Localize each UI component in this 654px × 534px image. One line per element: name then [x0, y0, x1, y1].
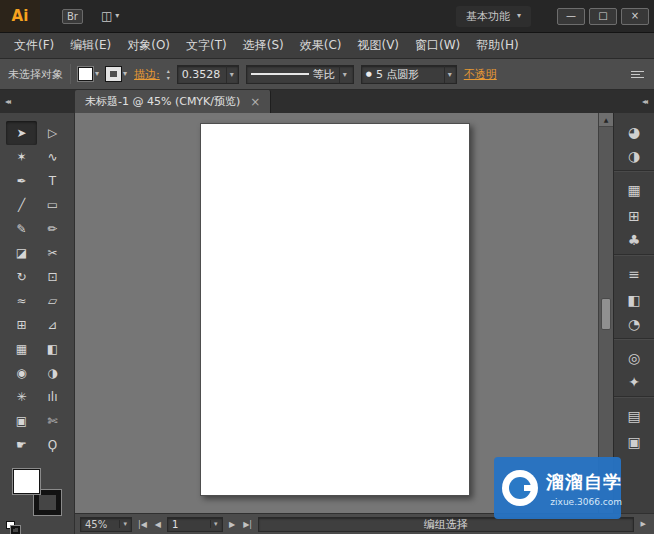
- fill-swatch[interactable]: [13, 469, 40, 494]
- free-transform-tool[interactable]: ▱: [37, 289, 68, 313]
- artboard[interactable]: [200, 123, 470, 496]
- tool-icon: ✏: [47, 223, 57, 235]
- paintbrush-tool[interactable]: ✎: [6, 217, 37, 241]
- pencil-tool[interactable]: ✏: [37, 217, 68, 241]
- next-artboard-button[interactable]: ▶: [227, 520, 237, 529]
- artboard-tool[interactable]: ▣: [6, 409, 37, 433]
- tool-icon: ≈: [16, 295, 26, 307]
- menu-item-edit[interactable]: 编辑(E): [62, 33, 119, 58]
- fill-color-control[interactable]: ▾: [78, 67, 99, 81]
- menu-item-select[interactable]: 选择(S): [235, 33, 292, 58]
- chevron-down-icon: ▾: [115, 12, 119, 20]
- artboards-panel-icon[interactable]: ▣: [614, 429, 654, 455]
- control-panel-menu-icon[interactable]: [629, 69, 646, 80]
- stroke-color-control[interactable]: ▾: [106, 67, 127, 81]
- chevron-down-icon[interactable]: ▾: [119, 520, 127, 528]
- swatches-panel-icon[interactable]: ▦: [614, 177, 654, 203]
- gradient-panel-icon[interactable]: ◧: [614, 287, 654, 313]
- menu-item-view[interactable]: 视图(V): [349, 33, 407, 58]
- tab-close-icon[interactable]: ×: [250, 96, 260, 108]
- stroke-panel-icon[interactable]: ≡: [614, 261, 654, 287]
- opacity-panel-link[interactable]: 不透明: [464, 67, 497, 82]
- eyedropper-tool[interactable]: ◉: [6, 361, 37, 385]
- zoom-level-dropdown[interactable]: 45% ▾: [80, 517, 132, 532]
- line-segment-tool[interactable]: ╱: [6, 193, 37, 217]
- arrange-documents-button[interactable]: ◫ ▾: [101, 9, 119, 23]
- gradient-tool[interactable]: ◧: [37, 337, 68, 361]
- blend-tool[interactable]: ◑: [37, 361, 68, 385]
- panel-glyph: ≡: [628, 267, 640, 281]
- scroll-up-button[interactable]: ▲: [599, 113, 613, 127]
- eraser-tool[interactable]: ◪: [6, 241, 37, 265]
- transparency-panel-icon[interactable]: ◔: [614, 313, 654, 339]
- menu-item-effect[interactable]: 效果(C): [292, 33, 350, 58]
- previous-artboard-button[interactable]: ◀: [153, 520, 163, 529]
- uniform-stroke-preview: [251, 73, 309, 75]
- fill-color-swatch[interactable]: [78, 67, 93, 81]
- symbol-sprayer-tool[interactable]: ✳: [6, 385, 37, 409]
- brushes-panel-icon[interactable]: ⊞: [614, 203, 654, 229]
- shape-builder-tool[interactable]: ⊞: [6, 313, 37, 337]
- bridge-button[interactable]: Br: [62, 9, 83, 24]
- type-tool[interactable]: T: [37, 169, 68, 193]
- vertical-scrollbar[interactable]: ▲ ▼: [598, 113, 613, 513]
- width-tool[interactable]: ≈: [6, 289, 37, 313]
- tool-icon: ◉: [16, 367, 26, 379]
- width-profile-dropdown[interactable]: 等比 ▾: [246, 65, 354, 84]
- tool-icon: ◑: [47, 367, 57, 379]
- stroke-panel-link[interactable]: 描边:: [134, 67, 160, 82]
- chevron-down-icon[interactable]: ▾: [339, 66, 347, 83]
- stepper-up-icon[interactable]: ▴: [167, 68, 170, 74]
- direct-selection-tool[interactable]: ▷: [37, 121, 68, 145]
- stroke-weight-stepper[interactable]: ▴ ▾: [167, 68, 170, 81]
- panel-glyph: ✦: [628, 375, 640, 389]
- first-artboard-button[interactable]: |◀: [136, 520, 149, 529]
- last-artboard-button[interactable]: ▶|: [241, 520, 254, 529]
- maximize-button[interactable]: □: [589, 8, 617, 25]
- rectangle-tool[interactable]: ▭: [37, 193, 68, 217]
- artboard-number-dropdown[interactable]: ▾: [167, 517, 223, 532]
- column-graph-tool[interactable]: ılı: [37, 385, 68, 409]
- hand-tool[interactable]: ☛: [6, 433, 37, 457]
- menu-item-object[interactable]: 对象(O): [119, 33, 178, 58]
- minimize-button[interactable]: —: [557, 8, 585, 25]
- layers-panel-icon[interactable]: ▤: [614, 403, 654, 429]
- color-guide-panel-icon[interactable]: ◑: [614, 145, 654, 171]
- stroke-color-swatch[interactable]: [106, 67, 121, 81]
- status-expand-icon[interactable]: ▶: [638, 520, 649, 528]
- pen-tool[interactable]: ✒: [6, 169, 37, 193]
- close-button[interactable]: ×: [621, 8, 649, 25]
- color-panel-icon[interactable]: ◕: [614, 119, 654, 145]
- toolbox-collapse-button[interactable]: ◂◂: [0, 90, 75, 113]
- pasteboard[interactable]: ▲ ▼: [75, 113, 613, 513]
- mesh-tool[interactable]: ▦: [6, 337, 37, 361]
- document-tab[interactable]: 未标题-1 @ 45% (CMYK/预览) ×: [75, 90, 271, 113]
- selection-tool[interactable]: ➤: [6, 121, 37, 145]
- panel-dock-collapse-button[interactable]: ◂◂: [642, 90, 654, 113]
- perspective-grid-tool[interactable]: ⊿: [37, 313, 68, 337]
- chevron-down-icon[interactable]: ▾: [444, 66, 452, 83]
- chevron-down-icon[interactable]: ▾: [210, 520, 218, 528]
- symbols-panel-icon[interactable]: ♣: [614, 229, 654, 255]
- appearance-panel-icon[interactable]: ◎: [614, 345, 654, 371]
- scale-tool[interactable]: ⊡: [37, 265, 68, 289]
- slice-tool[interactable]: ✄: [37, 409, 68, 433]
- brush-definition-dropdown[interactable]: ● 5 点圆形 ▾: [361, 65, 457, 84]
- scrollbar-thumb[interactable]: [601, 298, 611, 330]
- stepper-down-icon[interactable]: ▾: [167, 75, 170, 81]
- magic-wand-tool[interactable]: ✶: [6, 145, 37, 169]
- zoom-tool[interactable]: Ϙ: [37, 433, 68, 457]
- menu-item-file[interactable]: 文件(F): [6, 33, 62, 58]
- menu-item-help[interactable]: 帮助(H): [468, 33, 526, 58]
- graphic-styles-panel-icon[interactable]: ✦: [614, 371, 654, 397]
- stroke-weight-field[interactable]: 0.3528 ▾: [177, 65, 239, 84]
- menu-item-type[interactable]: 文字(T): [178, 33, 235, 58]
- lasso-tool[interactable]: ∿: [37, 145, 68, 169]
- scissors-tool[interactable]: ✂: [37, 241, 68, 265]
- rotate-tool[interactable]: ↻: [6, 265, 37, 289]
- chevron-down-icon[interactable]: ▾: [226, 66, 234, 83]
- artboard-number-field[interactable]: [172, 519, 206, 530]
- workspace-switcher[interactable]: 基本功能 ▾: [456, 6, 531, 27]
- default-fill-stroke-icon[interactable]: [6, 521, 20, 534]
- menu-item-window[interactable]: 窗口(W): [407, 33, 468, 58]
